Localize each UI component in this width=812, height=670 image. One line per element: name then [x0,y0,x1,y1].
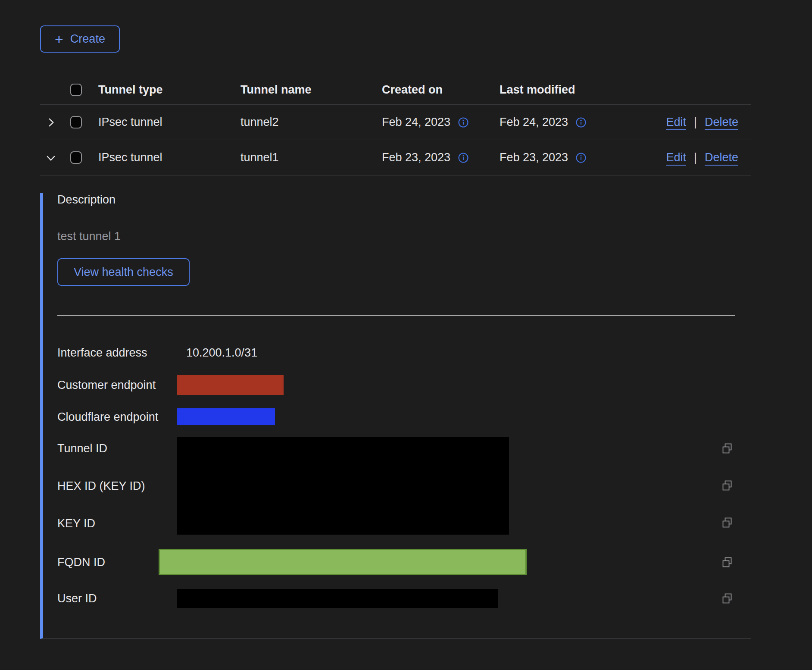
user-id-label: User ID [57,592,177,605]
select-all-checkbox[interactable] [70,84,82,96]
tunnel-name-cell: tunnel2 [240,116,382,129]
interface-address-value: 10.200.1.0/31 [186,346,257,360]
user-id-row: User ID [57,589,751,608]
copy-icon[interactable] [721,479,734,492]
header-tunnel-type: Tunnel type [98,83,240,97]
row-checkbox[interactable] [70,116,82,128]
tunnel-type-cell: IPsec tunnel [98,151,240,164]
copy-icon[interactable] [721,556,734,569]
info-icon[interactable] [457,116,469,128]
user-id-redacted-value [177,589,498,608]
view-health-checks-label: View health checks [74,266,173,279]
tunnels-page: + Create Tunnel type Tunnel name Created… [0,0,812,670]
created-on-cell: Feb 23, 2023 [382,151,450,164]
interface-address-row: Interface address 10.200.1.0/31 [57,346,751,360]
created-on-cell: Feb 24, 2023 [382,116,450,129]
interface-address-label: Interface address [57,346,177,360]
header-tunnel-name: Tunnel name [240,83,382,97]
tunnel-name-cell: tunnel1 [240,151,382,164]
edit-link[interactable]: Edit [666,151,686,164]
info-icon[interactable] [457,152,469,164]
tunnel-detail-panel: Description test tunnel 1 View health ch… [40,193,751,639]
tunnel-id-label: Tunnel ID [57,441,177,455]
cloudflare-endpoint-redacted-value [177,408,275,425]
last-modified-cell: Feb 24, 2023 [500,116,568,129]
header-last-modified: Last modified [500,83,621,97]
customer-endpoint-redacted-value [177,375,284,395]
customer-endpoint-label: Customer endpoint [57,378,177,392]
last-modified-cell: Feb 23, 2023 [500,151,568,164]
view-health-checks-button[interactable]: View health checks [57,258,190,286]
table-row: IPsec tunnel tunnel1 Feb 23, 2023 Feb 23… [40,140,751,175]
chevron-down-icon[interactable] [45,152,56,163]
plus-icon: + [55,32,63,47]
table-row: IPsec tunnel tunnel2 Feb 24, 2023 Feb 24… [40,105,751,140]
info-icon[interactable] [575,116,587,128]
tunnels-table: Tunnel type Tunnel name Created on Last … [40,75,751,639]
table-header-row: Tunnel type Tunnel name Created on Last … [40,75,751,105]
delete-link[interactable]: Delete [705,116,738,129]
delete-link[interactable]: Delete [705,151,738,164]
hex-id-label: HEX ID (KEY ID) [57,479,177,493]
chevron-right-icon[interactable] [45,117,56,128]
cloudflare-endpoint-row: Cloudflare endpoint [57,408,751,425]
copy-icon[interactable] [721,592,734,605]
edit-link[interactable]: Edit [666,116,686,129]
info-icon[interactable] [575,152,587,164]
section-divider [57,315,735,316]
tunnel-ids-group: Tunnel ID HEX ID (KEY ID) KEY ID [57,437,751,535]
key-id-label: KEY ID [57,517,177,530]
header-created-on: Created on [382,83,500,97]
row-checkbox[interactable] [70,151,82,164]
customer-endpoint-row: Customer endpoint [57,375,751,395]
cloudflare-endpoint-label: Cloudflare endpoint [57,410,177,424]
description-label: Description [57,193,751,207]
copy-icon[interactable] [721,442,734,455]
action-separator: | [694,116,697,129]
action-separator: | [694,151,697,164]
create-button-label: Create [70,32,105,46]
tunnel-ids-redacted-value [177,437,509,535]
description-value: test tunnel 1 [57,229,751,243]
fqdn-id-redacted-value [159,549,527,575]
tunnel-type-cell: IPsec tunnel [98,116,240,129]
fqdn-id-row: FQDN ID [57,549,751,575]
create-button[interactable]: + Create [40,25,120,53]
copy-icon[interactable] [721,516,734,529]
